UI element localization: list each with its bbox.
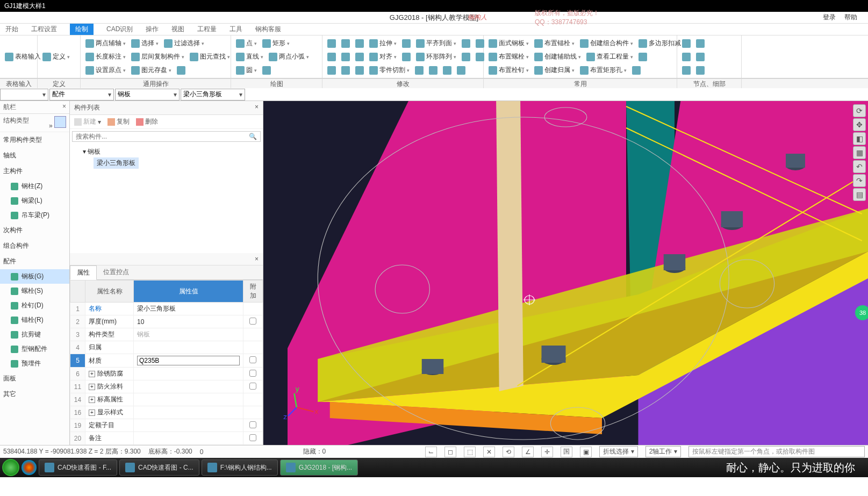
tree-child[interactable]: 梁小三角形板 [94,157,139,169]
nav-item-钢梁(L)[interactable]: 钢梁(L) [0,193,69,208]
sb-snap1-icon[interactable]: ◻ [444,447,456,457]
menu-绘制[interactable]: 绘制 [70,24,94,35]
sb-g2-icon[interactable]: ▣ [580,447,592,457]
3d-viewport[interactable]: x y z ⟳ ✥ ◧ ▦ ↶ ↷ ▤ 38 [263,101,868,445]
prop-row[interactable]: 1名称梁小三角形板 [70,303,263,315]
ribbon-icon[interactable] [326,39,338,48]
ribbon-矩形[interactable]: 矩形▾ [261,38,291,48]
menu-CAD识别[interactable]: CAD识别 [106,25,133,34]
ribbon-icon[interactable] [340,52,351,62]
sb-axis-icon[interactable]: ⌙ [425,447,437,457]
nav-section-面板[interactable]: 面板 [0,371,69,386]
menu-工程设置[interactable]: 工程设置 [31,25,57,34]
prop-value-input[interactable] [137,356,240,365]
nav-section-主构件[interactable]: 主构件 [0,163,69,179]
ribbon-拉伸[interactable]: 拉伸▾ [368,38,398,48]
ribbon-icon[interactable] [460,39,472,48]
ribbon-环形阵列[interactable]: 环形阵列▾ [414,52,458,62]
ribbon-平齐到面[interactable]: 平齐到面▾ [414,38,458,48]
view-tool-orbit-icon[interactable]: ⟳ [853,104,866,117]
filter-dropdown[interactable]: 钢板▾ [115,89,180,100]
ribbon-创建辅助线[interactable]: 创建辅助线▾ [533,52,583,62]
search-icon[interactable]: 🔍 [249,133,257,140]
badge-count[interactable]: 38 [855,305,868,320]
app-launcher-icon[interactable] [21,460,37,475]
ribbon-icon[interactable] [441,66,453,75]
ribbon-创建归属[interactable]: 创建归属▾ [533,65,576,75]
ribbon-两点小弧[interactable]: 两点小弧▾ [267,52,311,62]
sb-g1-icon[interactable]: 国 [561,447,572,457]
ribbon-icon[interactable] [680,66,692,75]
ribbon-创建组合构件[interactable]: 创建组合构件▾ [578,38,635,48]
help-link[interactable]: 帮助 [844,13,857,22]
menu-工具[interactable]: 工具 [229,25,242,34]
ribbon-对齐[interactable]: 对齐▾ [368,52,398,62]
nav-item-锚栓(R)[interactable]: 锚栓(R) [0,313,69,327]
prop-checkbox[interactable] [249,434,256,441]
ribbon-icon[interactable] [340,66,351,75]
nav-section-常用构件类型[interactable]: 常用构件类型 [0,132,69,148]
taskbar-item[interactable]: CAD快速看图 - C... [119,459,199,476]
start-button[interactable] [2,459,19,476]
ribbon-布置矩形孔[interactable]: 布置矩形孔▾ [578,65,628,75]
ribbon-圆[interactable]: 圆▾ [234,65,259,75]
filter-dropdown[interactable]: 配件▾ [49,89,114,100]
ribbon-icon[interactable] [326,52,338,62]
prop-row[interactable]: 6+除锈防腐 [70,368,263,380]
prop-row[interactable]: 4归属 [70,341,263,354]
prop-checkbox[interactable] [249,383,256,390]
prop-checkbox[interactable] [249,370,256,377]
ribbon-布置锚栓[interactable]: 布置锚栓▾ [533,38,576,48]
ribbon-图元存盘[interactable]: 图元存盘▾ [130,65,173,75]
ribbon-icon[interactable] [261,66,272,75]
nav-item-型钢配件[interactable]: 型钢配件 [0,342,69,356]
ribbon-直线[interactable]: 直线▾ [234,52,265,62]
ribbon-过滤选择[interactable]: 过滤选择▾ [162,38,206,48]
ribbon-icon[interactable] [680,39,692,48]
ribbon-icon[interactable] [455,66,467,75]
ribbon-icon[interactable] [680,52,692,62]
ribbon-布置螺栓[interactable]: 布置螺栓▾ [487,52,530,62]
filter-dropdown[interactable]: ▾ [0,89,48,100]
ribbon-长度标注[interactable]: 长度标注▾ [84,52,127,62]
prop-row[interactable]: 2厚度(mm)10 [70,315,263,328]
nav-item-吊车梁(P)[interactable]: 吊车梁(P) [0,208,69,222]
sb-cross-icon[interactable]: ✛ [541,447,553,457]
prop-row[interactable]: 5材质 [70,354,263,368]
prop-row[interactable]: 20备注 [70,432,263,445]
ribbon-零件切割[interactable]: 零件切割▾ [368,65,411,75]
ribbon-两点辅轴[interactable]: 两点辅轴▾ [84,38,127,48]
ribbon-icon[interactable] [460,52,472,62]
ribbon-icon[interactable] [175,66,187,75]
prop-checkbox[interactable] [249,421,256,428]
ribbon-层间复制构件[interactable]: 层间复制构件▾ [130,52,186,62]
ribbon-面式钢板[interactable]: 面式钢板▾ [487,38,530,48]
sb-del-icon[interactable]: ✕ [483,447,495,457]
login-link[interactable]: 登录 [823,13,836,22]
menu-开始[interactable]: 开始 [5,25,18,34]
ribbon-定义[interactable]: 定义▾ [41,52,71,62]
prop-row[interactable]: 14+标高属性 [70,393,263,406]
search-input[interactable] [76,133,249,140]
view-tool-iso-icon[interactable]: ◧ [853,132,866,145]
nav-section-轴线[interactable]: 轴线 [0,148,69,163]
view-tool-redo-icon[interactable]: ↷ [853,174,866,187]
menu-操作[interactable]: 操作 [146,25,159,34]
nav-section-配件[interactable]: 配件 [0,254,69,269]
ribbon-icon[interactable] [354,66,365,75]
nav-item-抗剪键[interactable]: 抗剪键 [0,327,69,342]
ribbon-选择[interactable]: 选择▾ [130,38,160,48]
command-prompt[interactable]: 按鼠标左键指定第一个角点，或拾取构件图 [688,446,865,457]
tree-root[interactable]: ▾ 钢板 [74,146,259,157]
tab-属性[interactable]: 属性 [70,265,97,280]
taskbar-item[interactable]: F:\钢构人钢结构... [202,459,278,476]
ribbon-查看工程量[interactable]: 查看工程量▾ [585,52,635,62]
view-tool-undo-icon[interactable]: ↶ [853,160,866,173]
prop-row[interactable]: 19定额子目 [70,419,263,432]
sb-angle-icon[interactable]: ∠ [522,447,534,457]
sb-reload-icon[interactable]: ⟲ [503,447,514,457]
sb-snap2-icon[interactable]: ⬚ [464,447,476,457]
nav-section-其它[interactable]: 其它 [0,386,69,402]
view-tool-pan-icon[interactable]: ✥ [853,118,866,131]
ribbon-icon[interactable] [630,66,642,75]
